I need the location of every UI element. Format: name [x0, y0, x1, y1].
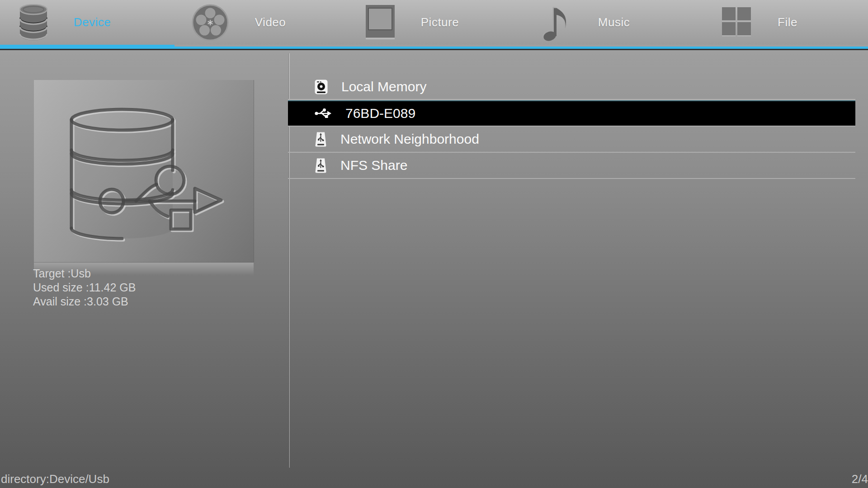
- film-reel-icon: [192, 4, 229, 41]
- music-note-icon: [542, 3, 572, 42]
- network-drive-icon: [315, 132, 327, 147]
- page-indicator: 2/4: [852, 472, 868, 486]
- list-item-usb-volume[interactable]: 76BD-E089: [288, 100, 855, 127]
- storage-list: Local Memory 76BD-E089: [288, 74, 855, 179]
- tab-video-label: Video: [255, 15, 286, 29]
- grid-icon: [722, 7, 751, 38]
- usb-symbol-icon: [315, 108, 332, 119]
- list-item-label: Local Memory: [341, 79, 426, 94]
- database-icon: [19, 4, 47, 41]
- avail-size-line: Avail size :3.03 GB: [33, 295, 136, 309]
- list-item-label: NFS Share: [340, 158, 407, 173]
- list-item-label: 76BD-E089: [345, 106, 415, 121]
- used-size-line: Used size :11.42 GB: [33, 281, 136, 295]
- target-line: Target :Usb: [33, 267, 136, 281]
- tab-video[interactable]: Video: [152, 0, 326, 45]
- tab-file[interactable]: File: [673, 0, 846, 45]
- tab-picture[interactable]: Picture: [326, 0, 499, 45]
- picture-frame-icon: [366, 5, 395, 40]
- usb-database-emblem-icon: [34, 80, 254, 262]
- list-item-label: Network Neighborhood: [340, 131, 479, 147]
- device-preview-image: [34, 80, 254, 263]
- tab-picture-label: Picture: [421, 15, 459, 29]
- header-divider-line: [0, 49, 868, 50]
- network-drive-icon: [315, 158, 327, 173]
- active-tab-underline: [0, 45, 175, 49]
- tab-file-label: File: [778, 15, 797, 29]
- list-item-network-neighborhood[interactable]: Network Neighborhood: [288, 127, 855, 153]
- current-directory-path: directory:Device/Usb: [1, 472, 109, 486]
- list-item-nfs-share[interactable]: NFS Share: [288, 153, 855, 179]
- hard-drive-icon: [315, 80, 328, 94]
- device-info: Target :Usb Used size :11.42 GB Avail si…: [33, 267, 136, 309]
- tab-music-label: Music: [598, 15, 630, 29]
- list-item-local-memory[interactable]: Local Memory: [288, 74, 855, 100]
- top-tab-bar: Device Video: [0, 0, 868, 45]
- tab-device-label: Device: [74, 15, 111, 29]
- tab-music[interactable]: Music: [499, 0, 673, 45]
- tab-device[interactable]: Device: [0, 0, 152, 45]
